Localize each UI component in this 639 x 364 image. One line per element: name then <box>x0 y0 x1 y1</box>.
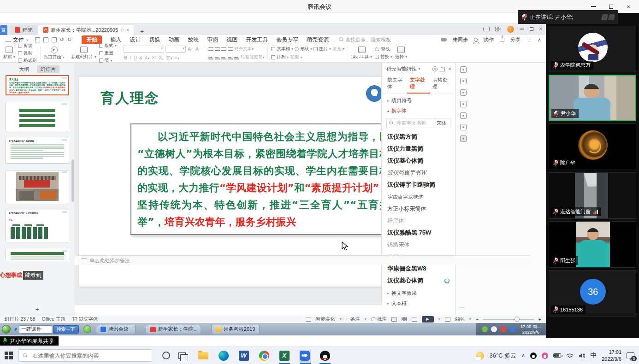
taskbar-search-input[interactable] <box>18 349 152 362</box>
undo-icon[interactable]: ↺ <box>60 37 64 43</box>
window-icon[interactable] <box>460 101 467 107</box>
participant-tile[interactable]: 宏达智能门窗 <box>549 172 636 219</box>
swap-effect-section[interactable]: ▸换文字效果 <box>382 287 455 297</box>
picture-button[interactable]: 图片▾ <box>314 46 331 52</box>
bell-icon[interactable] <box>441 67 445 71</box>
layout-button[interactable]: 版式▾ <box>99 43 117 49</box>
notes-button[interactable]: ≡ 备注 <box>346 316 360 323</box>
tray-icon[interactable] <box>482 326 488 332</box>
font-item[interactable]: 锦绣宋体 <box>382 239 455 251</box>
font-item[interactable]: 汉仪菱心体简 <box>382 275 455 287</box>
decrease-font-icon[interactable]: A⁻ <box>195 47 201 52</box>
collapse-ribbon-icon[interactable]: ∧ <box>538 37 541 43</box>
reading-view-icon[interactable] <box>412 317 417 322</box>
find-button[interactable]: 查找 <box>375 47 392 53</box>
more-menu-icon[interactable]: ⋮ <box>527 37 532 43</box>
reset-button[interactable]: 重置 <box>99 50 117 56</box>
font-family-combo[interactable] <box>124 46 164 53</box>
outline-tab[interactable]: 大纲 <box>16 65 33 73</box>
slide-thumbnail[interactable] <box>6 249 69 261</box>
indent-increase-icon[interactable] <box>228 47 233 51</box>
speaker-icon[interactable] <box>579 353 585 358</box>
tab-docer[interactable]: 稻壳 <box>10 25 37 35</box>
font-item[interactable]: 方正小标宋简体 <box>382 203 455 215</box>
weather-text[interactable]: 36°C 多云 <box>489 352 516 360</box>
textbox-button[interactable]: 文本框▾ <box>271 46 293 52</box>
tencent-meeting-icon[interactable] <box>299 350 311 362</box>
ime-indicator[interactable]: 中 <box>590 352 597 360</box>
effects-icon[interactable] <box>460 89 467 96</box>
underline-button[interactable]: U <box>133 55 137 60</box>
ribbon-tab[interactable]: 切换 <box>149 36 160 44</box>
align-text-button[interactable]: 对齐文本▾ <box>234 46 254 52</box>
font-item[interactable]: 汉仪黑方简 <box>382 131 455 143</box>
text-effect-button[interactable]: 变▾ <box>166 55 173 61</box>
fit-window-icon[interactable] <box>445 317 450 322</box>
replace-button[interactable]: 替换▾ <box>375 54 392 60</box>
bullet-list-icon[interactable] <box>208 47 213 51</box>
swap-font-section[interactable]: ▴换字体 <box>382 104 455 114</box>
align-right-icon[interactable] <box>221 56 226 59</box>
grid-switch-icon[interactable] <box>495 27 502 31</box>
tab-home[interactable]: 首页 <box>0 25 7 35</box>
ribbon-tab[interactable]: 审阅 <box>207 36 218 44</box>
qq-tray-icon[interactable] <box>530 352 537 359</box>
justify-icon[interactable] <box>228 56 233 59</box>
chrome-icon[interactable] <box>258 350 270 362</box>
ribbon-tab[interactable]: 插入 <box>110 36 121 44</box>
participant-tile[interactable]: 农学院何忠万 <box>549 26 636 72</box>
zoom-in-button[interactable]: + <box>538 317 541 322</box>
panel-close-icon[interactable]: × <box>448 66 451 72</box>
participant-tile[interactable]: 36 16155136 <box>549 270 636 317</box>
strikethrough-button[interactable]: S <box>139 55 143 60</box>
new-slide-button[interactable]: 新建幻灯片▾ <box>71 47 97 60</box>
start-button[interactable] <box>5 352 13 360</box>
wps-close-icon[interactable]: × <box>539 26 542 32</box>
missing-font-status[interactable]: T? 缺失字体 <box>72 316 98 323</box>
ribbon-tab[interactable]: 开发工具 <box>246 36 268 44</box>
current-font-button[interactable]: 宋体 <box>433 120 450 127</box>
command-search[interactable]: 查找命令、搜索模板 <box>339 36 391 43</box>
bold-button[interactable]: B <box>124 55 128 60</box>
fill-button[interactable]: 填充▾ <box>332 46 344 52</box>
skin-icon[interactable] <box>460 66 467 73</box>
hidden-icons-chevron[interactable]: ∧ <box>521 352 525 358</box>
zoom-level[interactable]: 99% <box>455 317 465 322</box>
docer-tab[interactable]: 缺失字体 <box>385 75 407 94</box>
participant-tile[interactable]: 陈广华 <box>549 123 636 170</box>
zoom-slider-knob[interactable] <box>515 317 520 322</box>
participant-tile[interactable]: 尹小华 <box>549 75 636 121</box>
slide-thumbnail[interactable]: 1.“学风建设计划”·科研课堂 <box>6 138 69 164</box>
paste-button[interactable]: 粘贴▾ <box>3 47 15 60</box>
wps-minimize-icon[interactable] <box>520 29 524 29</box>
task-view-icon[interactable] <box>178 352 186 359</box>
sync-status[interactable]: 未同步 <box>453 36 468 43</box>
thumbs-scrollbar[interactable] <box>71 159 74 202</box>
font-item[interactable]: 字由点字克味体 <box>382 191 455 203</box>
cortana-icon[interactable] <box>162 352 170 359</box>
shape-button[interactable]: 形状▾ <box>295 46 312 52</box>
ribbon-tab[interactable]: 稻壳资源 <box>307 36 329 44</box>
adjust-icon[interactable] <box>460 78 467 84</box>
ribbon-tab[interactable]: 动画 <box>168 36 179 44</box>
slideshow-button[interactable]: ▶ <box>422 316 434 323</box>
zoom-out-button[interactable]: − <box>476 317 479 322</box>
slide-thumbnail-current[interactable]: 育人理念 以习近平新时代中国特色社会主义思想为指导，以“立德树人”为根本目标，紧… <box>6 75 69 95</box>
pin-icon[interactable]: ⊙ <box>120 28 124 32</box>
share-button[interactable]: 分享 <box>510 36 521 43</box>
ribbon-tab[interactable]: 视图 <box>226 36 237 44</box>
start-orb-icon[interactable] <box>2 325 11 334</box>
font-search-input[interactable] <box>394 120 433 126</box>
align-center-icon[interactable] <box>215 56 220 59</box>
inner-search-input[interactable] <box>19 325 52 334</box>
qq-icon[interactable] <box>319 350 331 362</box>
presentation-tools-button[interactable]: 演示工具▾ <box>351 47 372 60</box>
docer-tab[interactable]: 文字处理 <box>407 75 430 94</box>
select-button[interactable]: 选择▾ <box>395 47 407 60</box>
highlight-button[interactable]: ≡▾ <box>174 55 180 60</box>
tab-document[interactable]: P 新生家长：学院器...20220905 ⊙ × <box>38 25 134 35</box>
copy-button[interactable]: 复制 <box>18 50 37 56</box>
notes-bar[interactable]: 单击此处添加备注 <box>75 255 530 265</box>
tab-close-icon[interactable]: × <box>126 27 129 33</box>
inner-search-button[interactable]: 搜索一下 <box>53 325 79 334</box>
